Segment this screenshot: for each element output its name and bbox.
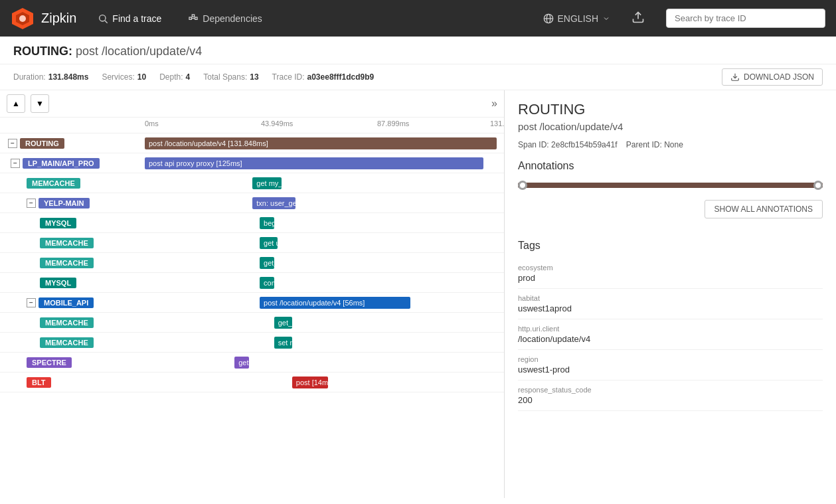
route-method: ROUTING: <box>13 44 72 58</box>
service-badge-spectre[interactable]: SPECTRE <box>27 357 72 368</box>
table-row: MEMCACHE get user_details_cache-20150901… <box>0 233 504 253</box>
annotation-dot-right <box>813 181 823 190</box>
scroll-up-button[interactable]: ▲ <box>7 94 25 113</box>
time-mark-3: 131.848ms <box>490 120 505 127</box>
span-bar-area-yelpmain: txn: user_get_basic_and_scout_info [3.88… <box>145 193 504 212</box>
span-label-yelpmain: − YELP-MAIN <box>0 198 145 209</box>
tag-row-ecosystem: ecosystem prod <box>518 258 823 289</box>
span-label-memcache3: MEMCACHE <box>0 258 145 268</box>
search-icon <box>98 13 108 24</box>
span-bar-memcache4[interactable]: get_multi mobile_api_nonce [1.066ms] <box>274 317 292 329</box>
service-badge-memcache1[interactable]: MEMCACHE <box>27 178 80 189</box>
logo[interactable]: Zipkin <box>11 7 76 31</box>
span-bar-area-blt: post [14ms] <box>145 373 504 392</box>
annotations-title: Annotations <box>518 160 823 172</box>
expand-icon[interactable]: » <box>491 98 497 110</box>
detail-panel: ROUTING post /location/update/v4 Span ID… <box>505 90 836 498</box>
tag-value-habitat: uswest1aprod <box>518 303 823 313</box>
span-bar-mobileapi[interactable]: post /location/update/v4 [56ms] <box>260 297 410 309</box>
tag-value-ecosystem: prod <box>518 273 823 283</box>
dependencies-label: Dependencies <box>203 13 262 24</box>
download-icon <box>730 72 740 82</box>
route-path: post /location/update/v4 <box>76 44 202 58</box>
service-badge-lpmain[interactable]: LP_MAIN/API_PRO <box>23 158 100 169</box>
span-label-lpmain: − LP_MAIN/API_PRO <box>0 158 145 169</box>
span-bar-area-routing: post /location/update/v4 [131.848ms] <box>145 133 504 153</box>
span-bar-mysql1[interactable]: begin [445μs] <box>260 217 274 229</box>
span-label-memcache1: MEMCACHE <box>0 178 145 189</box>
time-ruler: 0ms 43.949ms 87.899ms 131.848ms <box>0 118 504 133</box>
span-label-mysql1: MYSQL <box>0 218 145 228</box>
service-badge-mobileapi[interactable]: MOBILE_API <box>39 297 94 308</box>
tag-value-response-status-code: 200 <box>518 395 823 405</box>
table-row: MEMCACHE get my_cache_name_v2 [993μs] <box>0 173 504 193</box>
span-bar-area-memcache3: get_multi my_cache_name_v1 [233μs] <box>145 253 504 272</box>
tag-key-habitat: habitat <box>518 294 823 302</box>
span-bar-area-mysql1: begin [445μs] <box>145 213 504 232</box>
tag-value-http-uri-client: /location/update/v4 <box>518 334 823 344</box>
span-bar-area-mobileapi: post /location/update/v4 [56ms] <box>145 293 504 312</box>
span-bar-memcache1[interactable]: get my_cache_name_v2 [993μs] <box>252 177 281 189</box>
trace-rows: − ROUTING post /location/update/v4 [131.… <box>0 133 504 392</box>
span-bar-blt[interactable]: post [14ms] <box>292 377 328 388</box>
collapse-routing[interactable]: − <box>8 139 17 148</box>
show-all-annotations-button[interactable]: SHOW ALL ANNOTATIONS <box>705 200 823 218</box>
span-bar-area-mysql2: commit [374μs] <box>145 273 504 292</box>
span-label-mobileapi: − MOBILE_API <box>0 297 145 308</box>
span-meta: Span ID: 2e8cfb154b59a41f Parent ID: Non… <box>518 140 823 149</box>
table-row: − ROUTING post /location/update/v4 [131.… <box>0 133 504 153</box>
upload-button[interactable] <box>626 8 650 29</box>
services-meta: Services: 10 <box>102 72 146 82</box>
span-label-memcache4: MEMCACHE <box>0 317 145 328</box>
span-bar-yelpmain[interactable]: txn: user_get_basic_and_scout_info [3.88… <box>252 197 295 209</box>
tag-key-response-status-code: response_status_code <box>518 386 823 394</box>
tag-value-region: uswest1-prod <box>518 365 823 375</box>
service-badge-routing[interactable]: ROUTING <box>20 138 64 149</box>
nav-dependencies[interactable]: Dependencies <box>183 11 268 27</box>
span-bar-lpmain[interactable]: post api proxy proxy [125ms] <box>145 157 483 169</box>
service-badge-mysql1[interactable]: MYSQL <box>40 218 76 228</box>
collapse-lpmain[interactable]: − <box>11 159 20 168</box>
table-row: − YELP-MAIN txn: user_get_basic_and_scou… <box>0 193 504 213</box>
span-bar-area-memcache5: set mobile_api_nonce [1.026ms] <box>145 333 504 352</box>
trace-panel: ▲ ▼ » 0ms 43.949ms 87.899ms 131.848ms − … <box>0 90 505 498</box>
globe-icon <box>543 13 554 24</box>
span-label-routing: − ROUTING <box>0 138 145 149</box>
table-row: MYSQL begin [445μs] <box>0 213 504 233</box>
meta-bar: Duration: 131.848ms Services: 10 Depth: … <box>0 64 836 90</box>
nav-find-trace[interactable]: Find a trace <box>92 11 167 27</box>
header: Zipkin Find a trace Dependencies ENGLISH <box>0 0 836 37</box>
table-row: SPECTRE get [3ms] <box>0 353 504 373</box>
span-bar-memcache3[interactable]: get_multi my_cache_name_v1 [233μs] <box>260 257 274 269</box>
language-selector[interactable]: ENGLISH <box>543 13 610 24</box>
service-badge-memcache4[interactable]: MEMCACHE <box>40 317 94 328</box>
svg-line-4 <box>105 21 108 23</box>
span-bar-mysql2[interactable]: commit [374μs] <box>260 277 274 289</box>
duration-meta: Duration: 131.848ms <box>13 72 88 82</box>
service-badge-blt[interactable]: BLT <box>27 377 51 388</box>
detail-service-name: ROUTING <box>518 101 823 118</box>
scroll-down-button[interactable]: ▼ <box>31 94 49 113</box>
span-bar-spectre[interactable]: get [3ms] <box>234 357 249 369</box>
service-badge-mysql2[interactable]: MYSQL <box>40 278 76 288</box>
span-bar-routing[interactable]: post /location/update/v4 [131.848ms] <box>145 137 497 149</box>
service-badge-yelpmain[interactable]: YELP-MAIN <box>39 198 90 209</box>
service-badge-memcache5[interactable]: MEMCACHE <box>40 337 94 348</box>
span-label-memcache2: MEMCACHE <box>0 238 145 248</box>
search-input[interactable] <box>666 9 825 28</box>
span-bar-area-spectre: get [3ms] <box>145 353 504 372</box>
detail-route: post /location/update/v4 <box>518 121 823 132</box>
annotations-bar-bg <box>518 183 823 188</box>
collapse-yelpmain[interactable]: − <box>27 199 36 208</box>
span-bar-memcache5[interactable]: set mobile_api_nonce [1.026ms] <box>274 337 292 349</box>
tag-row-habitat: habitat uswest1aprod <box>518 289 823 319</box>
svg-rect-5 <box>189 17 191 19</box>
download-json-button[interactable]: DOWNLOAD JSON <box>722 68 823 86</box>
collapse-mobileapi[interactable]: − <box>27 298 36 307</box>
span-bar-area-memcache4: get_multi mobile_api_nonce [1.066ms] <box>145 313 504 332</box>
table-row: MEMCACHE set mobile_api_nonce [1.026ms] <box>0 333 504 353</box>
service-badge-memcache2[interactable]: MEMCACHE <box>40 238 94 248</box>
span-bar-memcache2[interactable]: get user_details_cache-20150901 [1.068ms… <box>260 237 278 249</box>
service-badge-memcache3[interactable]: MEMCACHE <box>40 258 94 268</box>
find-trace-label: Find a trace <box>112 13 161 24</box>
